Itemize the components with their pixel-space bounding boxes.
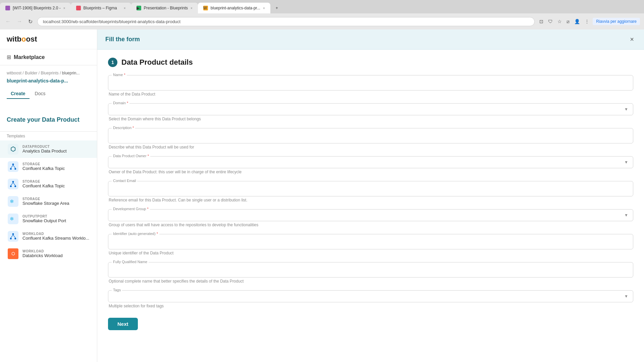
item-name-3: Snowflake Storage Area: [22, 201, 90, 206]
tab-close-2[interactable]: ×: [124, 6, 126, 10]
sidebar-item-snowflake-output-text: OUTPUTPORT Snowflake Output Port: [22, 215, 90, 223]
star-button[interactable]: ☆: [556, 17, 563, 25]
browser-tab-2[interactable]: Blueprints – Figma ×: [71, 3, 131, 13]
browser-chrome: [WIT-1906] Blueprints 2.0 - × Blueprints…: [0, 0, 644, 29]
sidebar-item-snowflake-storage-text: STORAGE Snowflake Storage Area: [22, 197, 90, 206]
sidebar-tabs: Create Docs: [7, 89, 90, 99]
cast-button[interactable]: ⊡: [538, 17, 545, 25]
browser-actions: ⊡ 🛡 ☆ ⧄ 👤 ⋮ Riavvia per aggiornare: [538, 17, 640, 26]
sidebar-item-databricks[interactable]: ⬡ WORKLOAD Databricks Workload: [0, 245, 97, 262]
tags-hint: Multiple selection for fixed tags: [108, 304, 633, 308]
svg-point-6: [10, 185, 12, 187]
name-label: Name: [112, 73, 127, 77]
item-name-1: Confluent Kafka Topic: [22, 166, 90, 171]
sidebar-item-kafka1-text: STORAGE Confluent Kafka Topic: [22, 162, 90, 171]
sidebar-logo-area: witboost: [0, 29, 97, 49]
tags-select-container[interactable]: Tags ▼: [108, 290, 633, 302]
profile-button[interactable]: 👤: [573, 17, 581, 25]
reload-button[interactable]: ↻: [27, 18, 34, 25]
sidebar-item-kafka-workload[interactable]: WORKLOAD Confluent Kafka Streams Worklo.…: [0, 228, 97, 245]
item-type-1: STORAGE: [22, 162, 90, 166]
extension-button[interactable]: ⧄: [565, 17, 571, 26]
back-button[interactable]: ←: [4, 18, 12, 25]
tab-create[interactable]: Create: [7, 89, 30, 99]
form-panel-header: Fill the form ×: [97, 29, 644, 50]
forward-button[interactable]: →: [15, 18, 23, 25]
marketplace-header[interactable]: ⊞ Marketplace: [0, 49, 97, 65]
contact-email-input[interactable]: [113, 185, 628, 193]
tab-docs[interactable]: Docs: [31, 89, 50, 99]
app-layout: witboost ⊞ Marketplace witboost / Builde…: [0, 29, 644, 362]
sidebar-item-kafka-2[interactable]: STORAGE Confluent Kafka Topic: [0, 175, 97, 193]
shield-button[interactable]: 🛡: [547, 17, 554, 25]
svg-point-2: [14, 168, 16, 170]
new-tab-button[interactable]: +: [270, 3, 283, 13]
owner-select-container[interactable]: Data Product Owner ▼: [108, 156, 633, 168]
domain-select-container[interactable]: Domain ▼: [108, 103, 633, 115]
create-data-product-section: Create your Data Product: [0, 110, 97, 132]
tab-title-3: Presentation - Blueprints: [144, 6, 188, 10]
sidebar-item-kafka-1[interactable]: STORAGE Confluent Kafka Topic: [0, 158, 97, 175]
tab-close-4[interactable]: ×: [263, 6, 265, 10]
svg-line-15: [11, 235, 13, 238]
tab-close-3[interactable]: ×: [191, 6, 193, 10]
update-button[interactable]: Riavvia per aggiornare: [593, 18, 640, 25]
sidebar: witboost ⊞ Marketplace witboost / Builde…: [0, 29, 97, 362]
next-button[interactable]: Next: [108, 318, 138, 330]
email-label: Contact Email: [112, 179, 137, 183]
item-type-2: STORAGE: [22, 180, 90, 183]
menu-button[interactable]: ⋮: [583, 17, 591, 25]
form-field-tags: Tags ▼ Multiple selection for fixed tags: [108, 290, 633, 308]
svg-text:❄: ❄: [10, 216, 14, 222]
dataproduct-icon: ⬡: [8, 144, 18, 155]
form-field-identifier: Identifier (auto generated) Unique ident…: [108, 234, 633, 255]
owner-label: Data Product Owner: [112, 154, 150, 158]
app-title: blueprint-analytics-data-p...: [7, 78, 90, 83]
browser-addressbar: ← → ↻ localhost:3000/wb-scaffolder/bluep…: [0, 13, 644, 29]
name-input[interactable]: [113, 79, 628, 87]
item-type-0: DATAPRODUCT: [22, 145, 90, 148]
sidebar-item-snowflake-output[interactable]: ❄ OUTPUTPORT Snowflake Output Port: [0, 210, 97, 228]
browser-tab-3[interactable]: ▶ Presentation - Blueprints ×: [131, 3, 198, 13]
sidebar-items: ⬡ DATAPRODUCT Analytics Data Product STO…: [0, 140, 97, 362]
form-section-title: Data Product details: [121, 58, 193, 67]
kafka-icon-2: [8, 179, 18, 189]
tab-icon-2: [76, 6, 81, 10]
svg-point-13: [10, 238, 12, 239]
devgroup-select-container[interactable]: Development Group ▼: [108, 209, 633, 221]
domain-label: Domain: [112, 101, 129, 105]
logo-highlight: o: [21, 35, 26, 43]
fqn-label: Fully Qualified Name: [112, 260, 149, 264]
sidebar-item-kafka-workload-text: WORKLOAD Confluent Kafka Streams Worklo.…: [22, 232, 90, 241]
tab-close-1[interactable]: ×: [63, 6, 65, 10]
form-field-fqn: Fully Qualified Name Optional complete n…: [108, 262, 633, 284]
identifier-input[interactable]: [113, 238, 628, 246]
logo: witboost: [7, 35, 90, 44]
tab-title-2: Blueprints – Figma: [84, 6, 121, 10]
sidebar-item-kafka2-text: STORAGE Confluent Kafka Topic: [22, 180, 90, 188]
browser-tab-1[interactable]: [WIT-1906] Blueprints 2.0 - ×: [0, 3, 71, 13]
svg-point-7: [14, 185, 16, 187]
tags-arrow: ▼: [624, 294, 628, 299]
description-input[interactable]: [113, 132, 628, 140]
fqn-input[interactable]: [113, 266, 628, 274]
devgroup-hint: Group of users that will have access to …: [108, 223, 633, 227]
browser-tab-4[interactable]: W blueprint-analytics-data-pr... ×: [198, 3, 270, 13]
svg-point-1: [10, 168, 12, 170]
sidebar-item-databricks-text: WORKLOAD Databricks Workload: [22, 249, 90, 258]
item-name-0: Analytics Data Product: [22, 148, 90, 154]
marketplace-label: Marketplace: [14, 54, 45, 60]
form-close-button[interactable]: ×: [628, 35, 636, 44]
description-hint: Describe what this Data Product will be …: [108, 145, 633, 149]
sidebar-item-dataproduct-text: DATAPRODUCT Analytics Data Product: [22, 145, 90, 154]
form-panel: Fill the form × 1 Data Product details N…: [97, 29, 644, 362]
form-field-domain: Domain ▼ Select the Domain where this Da…: [108, 103, 633, 121]
snowflake-icon-1: ❄: [8, 196, 18, 207]
name-field-container: Name: [108, 75, 633, 90]
sidebar-item-snowflake-storage[interactable]: ❄ STORAGE Snowflake Storage Area: [0, 193, 97, 210]
snowflake-icon-2: ❄: [8, 214, 18, 224]
sidebar-item-dataproduct[interactable]: ⬡ DATAPRODUCT Analytics Data Product: [0, 140, 97, 158]
devgroup-label: Development Group: [112, 207, 150, 211]
address-field[interactable]: localhost:3000/wb-scaffolder/blueprints/…: [37, 17, 535, 26]
owner-hint: Owner of the Data Product: this user wil…: [108, 170, 633, 174]
